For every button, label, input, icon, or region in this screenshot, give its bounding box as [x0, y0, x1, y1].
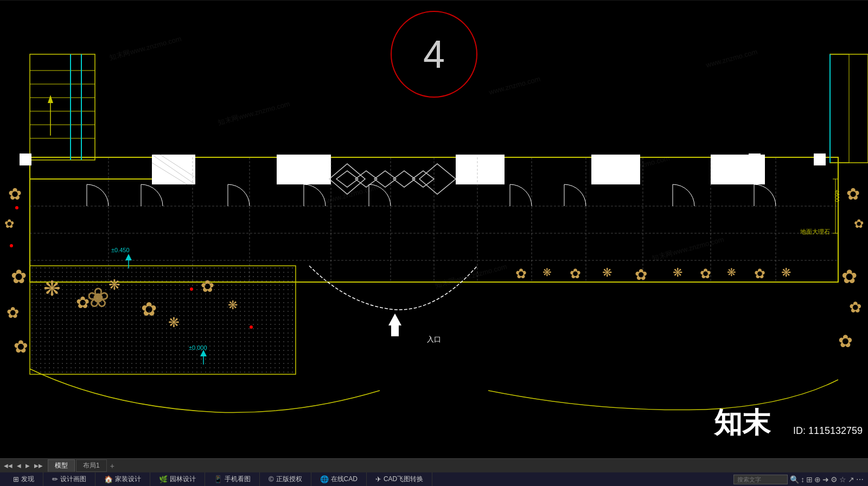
convert-icon: ✈	[375, 475, 381, 483]
svg-rect-51	[749, 154, 761, 165]
search-area: 🔍 ↕ ⊞ ⊕ ➜ ⚙ ☆ ↗ ⋯	[733, 475, 864, 484]
svg-rect-1	[30, 157, 193, 179]
svg-rect-58	[391, 325, 399, 336]
red-dot-4	[250, 325, 253, 329]
bottom-tab-mobile-label: 手机看图	[225, 475, 251, 484]
license-icon: ©	[269, 475, 274, 483]
svg-marker-43	[412, 171, 434, 187]
plant-right-2: ✿	[854, 217, 864, 231]
bottom-tab-license-label: 正版授权	[276, 475, 302, 484]
share-icon[interactable]: ↗	[848, 475, 854, 484]
watermark-1: 知末网www.znzmo.com	[108, 34, 183, 63]
svg-marker-45	[419, 164, 456, 194]
svg-marker-57	[388, 314, 401, 325]
bottom-tab-mobile[interactable]: 📱 手机看图	[205, 472, 260, 486]
bottom-tab-landscape-label: 园林设计	[170, 475, 196, 484]
svg-marker-53	[125, 254, 132, 260]
dot-ground	[30, 266, 296, 374]
zoom-icon[interactable]: ⊕	[814, 475, 821, 484]
svg-rect-18	[456, 155, 505, 184]
landscape-icon: 🌿	[159, 475, 168, 483]
mobile-icon: 📱	[214, 475, 222, 483]
bottom-tab-online-cad-label: 在线CAD	[331, 475, 358, 484]
settings-icon[interactable]: ⚙	[831, 475, 838, 484]
bottom-tab-convert-label: CAD飞图转换	[384, 475, 423, 484]
tab-row-top: ◀◀ ◀ ▶ ▶▶ 模型 布局1 +	[0, 459, 868, 472]
tab-model[interactable]: 模型	[48, 459, 75, 472]
interior-icon: 🏠	[104, 475, 113, 483]
svg-marker-39	[336, 171, 358, 187]
star-icon[interactable]: ☆	[839, 475, 846, 484]
watermark-2: 知末网www.znzmo.com	[217, 99, 291, 128]
svg-line-22	[160, 155, 195, 177]
bottom-tab-convert[interactable]: ✈ CAD飞图转换	[367, 472, 432, 486]
watermark-5: www.znzmo.com	[488, 75, 541, 97]
bottom-tab-discover[interactable]: ⊞ 发现	[4, 472, 43, 486]
bottom-tab-design-label: 设计画图	[60, 475, 86, 484]
grid-icon[interactable]: ⊞	[806, 475, 813, 484]
plant-mid-9: ✿	[754, 266, 765, 282]
svg-rect-20	[711, 155, 765, 184]
discover-icon: ⊞	[13, 475, 19, 483]
plant-landscape-3: ❋	[108, 277, 120, 293]
nav-prev-prev[interactable]: ◀◀	[2, 462, 14, 469]
plant-right-5: ✿	[838, 331, 853, 351]
drawing-number-circle: 4	[391, 11, 477, 98]
bottom-tab-license[interactable]: © 正版授权	[260, 472, 311, 486]
watermark-7: www.znzmo.com	[705, 48, 758, 69]
nav-arrows: ◀◀ ◀ ▶ ▶▶	[2, 462, 44, 469]
arrow-icon[interactable]: ➜	[822, 475, 829, 484]
design-icon: ✏	[52, 475, 58, 483]
tab-bar: ◀◀ ◀ ▶ ▶▶ 模型 布局1 + ⊞ 发现 ✏ 设计画图 🏠 家装设计 🌿 …	[0, 458, 868, 486]
plant-mid-5: ✿	[635, 266, 647, 284]
plant-landscape-6: ✿	[201, 277, 214, 296]
entrance-label: 入口	[427, 335, 441, 344]
svg-rect-0	[30, 157, 838, 282]
svg-line-21	[152, 155, 195, 184]
plant-mid-6: ❋	[673, 266, 682, 280]
svg-line-23	[152, 163, 187, 184]
svg-rect-19	[591, 155, 640, 184]
bottom-tab-landscape[interactable]: 🌿 园林设计	[150, 472, 205, 486]
svg-rect-2	[30, 54, 95, 160]
bottom-tab-online-cad[interactable]: 🌐 在线CAD	[311, 472, 367, 486]
more-icon[interactable]: ⋯	[856, 475, 864, 484]
bottom-tab-interior[interactable]: 🏠 家装设计	[95, 472, 150, 486]
plant-landscape-1: ❋	[43, 277, 61, 300]
drawing-number: 4	[423, 35, 445, 74]
tab-layout[interactable]: 布局1	[76, 459, 107, 472]
plant-left-2: ✿	[4, 217, 14, 231]
plant-left-5: ✿	[14, 336, 28, 357]
nav-next[interactable]: ▶	[24, 462, 31, 469]
plant-left-4: ✿	[7, 304, 19, 322]
tree-landscape: ❀	[87, 282, 110, 314]
plant-mid-10: ❋	[781, 266, 791, 280]
elevation-label-1: ±0.450	[111, 247, 130, 253]
watermark-6: 知末网www.znzmo.com	[597, 154, 671, 182]
brand-name: 知末	[714, 404, 770, 442]
nav-prev[interactable]: ◀	[15, 462, 23, 469]
plant-landscape-4: ✿	[141, 298, 157, 320]
plant-mid-2: ❋	[542, 266, 552, 279]
plant-mid-4: ❋	[602, 266, 612, 280]
plant-left-1: ✿	[8, 184, 22, 203]
online-cad-icon: 🌐	[320, 475, 329, 483]
svg-marker-44	[329, 164, 365, 194]
svg-marker-41	[374, 171, 396, 187]
svg-rect-17	[277, 155, 331, 184]
nav-next-next[interactable]: ▶▶	[33, 462, 44, 469]
plant-right-1: ✿	[846, 184, 860, 203]
add-tab-button[interactable]: +	[110, 462, 114, 470]
bottom-tab-design[interactable]: ✏ 设计画图	[43, 472, 95, 486]
plant-landscape-5: ❋	[168, 315, 180, 330]
svg-marker-40	[355, 171, 377, 187]
red-dot-1	[15, 206, 18, 209]
watermark-4: 知末网www.znzmo.com	[434, 262, 508, 291]
plant-right-4: ✿	[849, 298, 861, 316]
elevation-label-2: ±0.000	[189, 344, 207, 351]
cursor-icon[interactable]: ↕	[801, 475, 805, 484]
plant-landscape-7: ❋	[228, 298, 238, 312]
search-icon[interactable]: 🔍	[790, 475, 799, 484]
plant-mid-7: ✿	[700, 266, 711, 282]
search-input[interactable]	[733, 475, 788, 484]
